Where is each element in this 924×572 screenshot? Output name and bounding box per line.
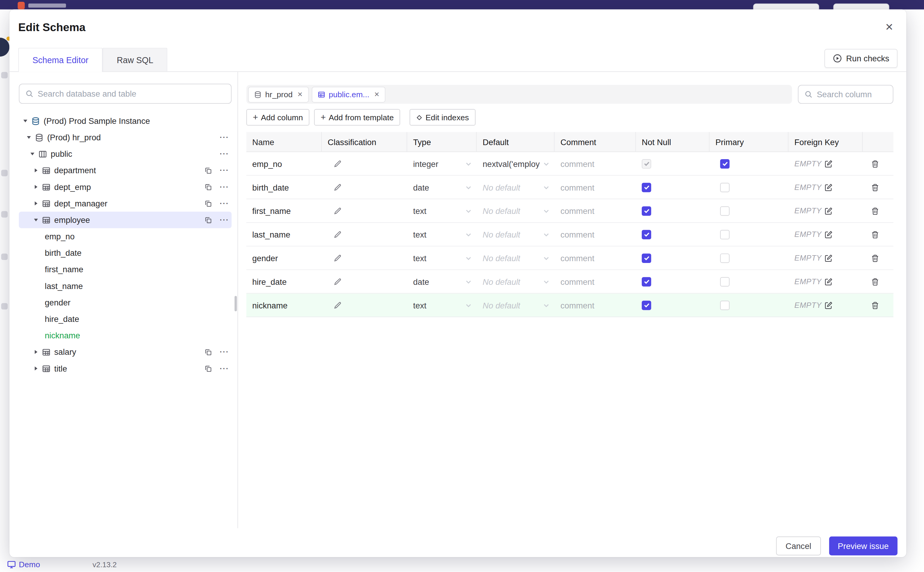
classification-edit-icon[interactable] (333, 159, 342, 168)
comment-input[interactable] (560, 253, 631, 263)
delete-column-icon[interactable] (871, 301, 879, 309)
not-null-checkbox[interactable] (642, 230, 651, 239)
primary-checkbox[interactable] (720, 182, 730, 192)
search-column-input[interactable] (817, 90, 887, 99)
default-select[interactable]: No default (477, 294, 554, 317)
add-from-template-button[interactable]: +Add from template (314, 109, 400, 126)
more-menu-icon[interactable]: ⋯ (219, 132, 229, 142)
not-null-checkbox[interactable] (642, 300, 651, 310)
foreign-key-edit-icon[interactable] (825, 207, 833, 215)
copy-icon[interactable] (205, 348, 212, 356)
primary-checkbox[interactable] (720, 206, 730, 216)
not-null-checkbox[interactable] (642, 159, 651, 168)
primary-checkbox[interactable] (720, 300, 730, 310)
comment-input[interactable] (560, 300, 631, 310)
not-null-checkbox[interactable] (642, 253, 651, 263)
classification-edit-icon[interactable] (333, 207, 342, 215)
chevron-right-icon[interactable] (32, 184, 40, 190)
tree-item-prod-hr_prod[interactable]: (Prod) hr_prod⋯ (19, 129, 231, 146)
more-menu-icon[interactable]: ⋯ (219, 347, 229, 357)
copy-icon[interactable] (205, 199, 212, 207)
run-checks-button[interactable]: Run checks (825, 49, 898, 68)
more-menu-icon[interactable]: ⋯ (219, 182, 229, 192)
column-name-cell[interactable]: first_name (247, 199, 322, 222)
tree-item-nickname[interactable]: nickname (19, 327, 231, 344)
close-icon[interactable]: ✕ (374, 91, 380, 98)
classification-edit-icon[interactable] (333, 183, 342, 191)
foreign-key-edit-icon[interactable] (825, 159, 833, 168)
tree-item-prod-prod-sample-instance[interactable]: (Prod) Prod Sample Instance (19, 112, 231, 129)
primary-checkbox[interactable] (720, 159, 730, 168)
comment-input[interactable] (560, 182, 631, 192)
not-null-checkbox[interactable] (642, 277, 651, 286)
tree-item-first_name[interactable]: first_name (19, 261, 231, 278)
chevron-right-icon[interactable] (32, 349, 40, 355)
tree-item-dept_manager[interactable]: dept_manager⋯ (19, 195, 231, 211)
classification-edit-icon[interactable] (333, 254, 342, 262)
cancel-button[interactable]: Cancel (776, 536, 820, 555)
edit-indexes-button[interactable]: Edit indexes (410, 109, 476, 126)
tree-item-public[interactable]: public⋯ (19, 146, 231, 162)
close-icon[interactable]: ✕ (881, 19, 898, 36)
demo-link[interactable]: Demo (7, 560, 40, 569)
comment-input[interactable] (560, 159, 631, 168)
add-column-button[interactable]: +Add column (247, 109, 310, 126)
chevron-down-icon[interactable] (32, 217, 40, 223)
tab-schema-editor[interactable]: Schema Editor (18, 48, 102, 72)
default-select[interactable]: No default (477, 176, 554, 199)
more-menu-icon[interactable]: ⋯ (219, 149, 229, 159)
column-name-cell[interactable]: emp_no (247, 152, 322, 175)
tree-item-birth_date[interactable]: birth_date (19, 245, 231, 261)
type-select[interactable]: text (407, 223, 477, 246)
delete-column-icon[interactable] (871, 230, 879, 239)
tab-chip-hr-prod[interactable]: hr_prod ✕ (248, 87, 309, 102)
column-name-cell[interactable]: nickname (247, 294, 322, 317)
delete-column-icon[interactable] (871, 183, 879, 191)
more-menu-icon[interactable]: ⋯ (219, 215, 229, 225)
delete-column-icon[interactable] (871, 207, 879, 215)
scrollbar-thumb[interactable] (234, 296, 237, 311)
classification-edit-icon[interactable] (333, 230, 342, 239)
more-menu-icon[interactable]: ⋯ (219, 199, 229, 208)
copy-icon[interactable] (205, 166, 212, 174)
chevron-right-icon[interactable] (32, 168, 40, 174)
search-database-input[interactable] (38, 89, 225, 99)
comment-input[interactable] (560, 277, 631, 286)
foreign-key-edit-icon[interactable] (825, 277, 833, 286)
type-select[interactable]: integer (407, 152, 477, 175)
delete-column-icon[interactable] (871, 254, 879, 262)
default-select[interactable]: No default (477, 223, 554, 246)
primary-checkbox[interactable] (720, 253, 730, 263)
primary-checkbox[interactable] (720, 230, 730, 239)
classification-edit-icon[interactable] (333, 301, 342, 309)
column-name-cell[interactable]: last_name (247, 223, 322, 246)
type-select[interactable]: text (407, 199, 477, 222)
tree-item-dept_emp[interactable]: dept_emp⋯ (19, 179, 231, 195)
not-null-checkbox[interactable] (642, 182, 651, 192)
tab-chip-public-employee[interactable]: public.em... ✕ (312, 87, 386, 102)
tree-item-gender[interactable]: gender (19, 294, 231, 311)
default-select[interactable]: No default (477, 199, 554, 222)
classification-edit-icon[interactable] (333, 277, 342, 286)
primary-checkbox[interactable] (720, 277, 730, 286)
tree-item-last_name[interactable]: last_name (19, 278, 231, 294)
default-select[interactable]: No default (477, 270, 554, 293)
copy-icon[interactable] (205, 183, 212, 191)
tree-item-employee[interactable]: employee⋯ (19, 211, 231, 228)
chevron-down-icon[interactable] (21, 118, 29, 124)
type-select[interactable]: date (407, 270, 477, 293)
column-name-cell[interactable]: birth_date (247, 176, 322, 199)
column-name-cell[interactable]: gender (247, 247, 322, 270)
more-menu-icon[interactable]: ⋯ (219, 364, 229, 373)
chevron-right-icon[interactable] (32, 201, 40, 207)
default-select[interactable]: No default (477, 247, 554, 270)
foreign-key-edit-icon[interactable] (825, 254, 833, 262)
comment-input[interactable] (560, 206, 631, 216)
type-select[interactable]: date (407, 176, 477, 199)
type-select[interactable]: text (407, 247, 477, 270)
default-select[interactable]: nextval('employ (477, 152, 554, 175)
tree-item-title[interactable]: title⋯ (19, 360, 231, 377)
type-select[interactable]: text (407, 294, 477, 317)
foreign-key-edit-icon[interactable] (825, 230, 833, 239)
tree-item-salary[interactable]: salary⋯ (19, 344, 231, 360)
